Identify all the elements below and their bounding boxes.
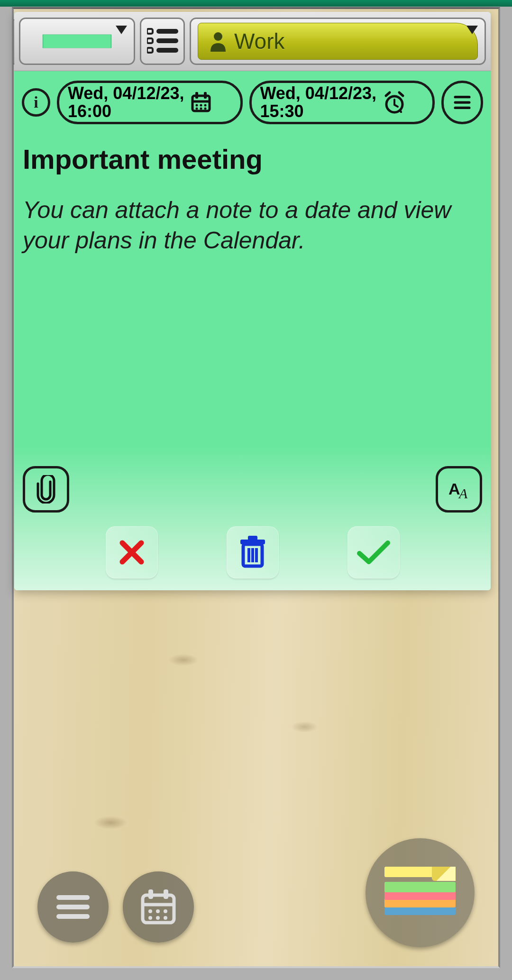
- info-icon: i: [34, 93, 38, 111]
- note-menu-button[interactable]: [441, 81, 483, 124]
- svg-text:A: A: [448, 480, 460, 498]
- alarm-clock-icon: [382, 90, 407, 115]
- svg-rect-4: [148, 889, 153, 899]
- calendar-icon: [190, 91, 212, 114]
- chevron-down-icon: [466, 26, 478, 34]
- note-action-row: [14, 524, 491, 581]
- calendar-icon: [137, 886, 180, 928]
- category-pill: Work: [198, 23, 478, 60]
- sticky-notes-icon: [384, 867, 456, 919]
- svg-point-11: [156, 916, 160, 920]
- person-icon: [209, 31, 228, 52]
- info-button[interactable]: i: [22, 88, 50, 117]
- svg-rect-33: [454, 107, 471, 109]
- svg-point-27: [196, 108, 198, 110]
- svg-rect-38: [248, 536, 257, 540]
- svg-point-19: [214, 32, 222, 41]
- svg-rect-16: [156, 29, 178, 34]
- list-icon: [147, 27, 178, 55]
- delete-button[interactable]: [227, 526, 279, 578]
- new-note-button[interactable]: [366, 838, 475, 947]
- svg-rect-21: [195, 92, 198, 99]
- status-strip: [0, 0, 512, 7]
- svg-text:A: A: [458, 485, 468, 501]
- font-style-button[interactable]: A A: [436, 466, 482, 513]
- svg-rect-14: [147, 38, 153, 43]
- svg-point-7: [148, 909, 152, 913]
- confirm-button[interactable]: [347, 526, 400, 578]
- svg-point-12: [164, 916, 167, 920]
- reminder-date-button[interactable]: Wed, 04/12/23, 15:30: [249, 81, 435, 124]
- color-picker-button[interactable]: [19, 18, 135, 65]
- svg-point-10: [148, 916, 152, 920]
- note-toolbar: Work Se: [14, 12, 491, 71]
- svg-point-8: [156, 909, 160, 913]
- svg-rect-32: [454, 101, 471, 103]
- svg-point-9: [164, 909, 167, 913]
- svg-rect-13: [147, 29, 153, 34]
- trash-icon: [238, 536, 268, 569]
- chevron-down-icon: [116, 26, 127, 34]
- check-icon: [357, 539, 391, 566]
- event-date-text: Wed, 04/12/23, 16:00: [68, 84, 184, 120]
- category-picker-button[interactable]: Work: [190, 18, 486, 65]
- hamburger-icon: [54, 893, 92, 921]
- svg-rect-0: [56, 895, 90, 900]
- svg-rect-17: [156, 38, 178, 43]
- svg-point-29: [204, 108, 207, 110]
- note-body[interactable]: Important meeting You can attach a note …: [14, 129, 491, 256]
- svg-point-25: [200, 104, 202, 107]
- category-label: Work: [234, 28, 285, 54]
- svg-rect-31: [454, 96, 471, 98]
- note-editor-panel: Work Se i Wed, 04/12/23, 16:00 Wed, 04/1…: [14, 12, 491, 590]
- svg-point-26: [204, 104, 207, 107]
- bottom-calendar-button[interactable]: [123, 871, 194, 943]
- cancel-button[interactable]: [106, 526, 158, 578]
- note-text: You can attach a note to a date and view…: [23, 195, 482, 256]
- svg-rect-15: [147, 48, 153, 53]
- reminder-date-text: Wed, 04/12/23, 15:30: [260, 84, 376, 120]
- font-icon: A A: [445, 477, 473, 501]
- note-meta-row: i Wed, 04/12/23, 16:00 Wed, 04/12/23, 15…: [14, 71, 491, 129]
- list-toggle-button[interactable]: [140, 18, 185, 65]
- color-swatch-icon: [43, 35, 111, 48]
- bottom-menu-button[interactable]: [37, 871, 109, 943]
- svg-rect-5: [164, 889, 168, 899]
- svg-rect-22: [204, 92, 207, 99]
- paperclip-icon: [35, 475, 57, 504]
- note-title: Important meeting: [23, 143, 482, 175]
- close-icon: [117, 537, 147, 568]
- svg-rect-1: [56, 905, 90, 909]
- svg-rect-2: [56, 914, 90, 919]
- svg-rect-18: [156, 48, 178, 53]
- attach-button[interactable]: [23, 466, 69, 513]
- svg-point-28: [200, 108, 202, 110]
- event-date-button[interactable]: Wed, 04/12/23, 16:00: [57, 81, 243, 124]
- hamburger-icon: [452, 93, 472, 112]
- svg-point-24: [196, 104, 198, 107]
